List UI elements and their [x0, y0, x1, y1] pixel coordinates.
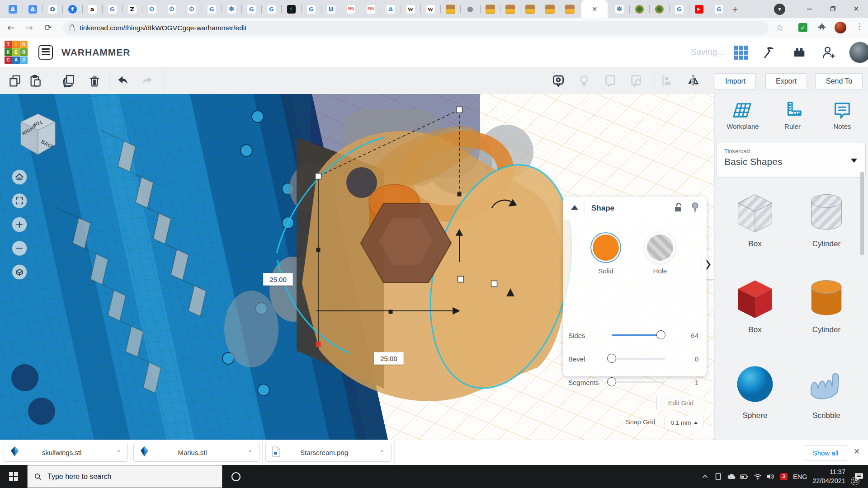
snap-grid-dropdown[interactable]: 0.1 mm [665, 416, 703, 429]
pinned-tab-google[interactable]: G [669, 0, 689, 18]
dimension-label[interactable]: 25.00 [263, 273, 293, 286]
pinned-tab-gear[interactable]: ⚙ [182, 0, 202, 18]
new-tab-button[interactable]: + [729, 3, 741, 16]
shape-item-box[interactable]: Box [721, 189, 789, 249]
unlock-icon[interactable] [674, 202, 683, 214]
shape-item-cylinder[interactable]: Cylinder [793, 189, 860, 249]
panel-lightbulb-icon[interactable] [691, 202, 699, 215]
taskbar-clock[interactable]: 11:37 22/04/2021 [812, 468, 845, 485]
shape-library-dropdown[interactable]: Tinkercad Basic Shapes [717, 143, 866, 178]
sidebar-tool-workplane[interactable]: Workplane [721, 100, 764, 130]
download-caret-icon[interactable]: ⌃ [116, 449, 121, 456]
pinned-tab-mg[interactable]: MG [341, 0, 361, 18]
slider-track[interactable] [612, 381, 665, 383]
align-icon[interactable] [658, 72, 676, 90]
reload-icon[interactable]: ⟳ [44, 22, 52, 33]
import-button[interactable]: Import [715, 73, 756, 89]
shape-item-box[interactable]: Box [721, 275, 789, 334]
pinned-tab-bot[interactable] [500, 0, 520, 18]
forward-icon[interactable]: → [25, 22, 33, 33]
taskbar-app-cortana[interactable] [222, 465, 249, 488]
slider-knob[interactable] [656, 330, 665, 339]
pinned-tab-outlook[interactable]: O [42, 0, 62, 18]
pinned-tab-google[interactable]: G [261, 0, 281, 18]
edit-grid-button[interactable]: Edit Grid [656, 396, 705, 410]
extension-check-icon[interactable]: ✓ [798, 23, 807, 32]
download-item[interactable]: Starscream.png ⌃ [265, 443, 392, 462]
bookmark-star-icon[interactable]: ☆ [776, 23, 783, 33]
window-restore-button[interactable] [821, 0, 844, 17]
pinned-tab-facebook[interactable]: f [62, 0, 82, 18]
downloads-close-icon[interactable]: ✕ [854, 447, 860, 456]
pinned-tab-bot[interactable] [520, 0, 540, 18]
tray-wifi-icon[interactable] [751, 465, 764, 488]
nav-zoom-out-icon[interactable] [12, 241, 27, 256]
dimension-label[interactable]: 25.00 [374, 352, 404, 365]
pinned-tab-globe[interactable]: ● [460, 0, 480, 18]
pinned-tab-youtube[interactable]: ▶ [689, 0, 709, 18]
taskbar-search-input[interactable]: Type here to search [27, 465, 222, 488]
pinned-tab-google[interactable]: G [102, 0, 122, 18]
pinned-tab-orggreen[interactable] [629, 0, 649, 18]
pinned-tab-ublock[interactable]: U [321, 0, 341, 18]
add-collaborator-icon[interactable] [819, 43, 837, 61]
pinned-tab-google[interactable]: G [301, 0, 321, 18]
sidebar-tool-ruler[interactable]: Ruler [771, 100, 814, 130]
tray-onedrive-icon[interactable] [725, 465, 738, 488]
pinned-tab-bot[interactable] [480, 0, 500, 18]
downloads-show-all-button[interactable]: Show all [804, 445, 847, 461]
pinned-tab-translate[interactable]: A [3, 0, 23, 18]
send-to-button[interactable]: Send To [816, 73, 863, 89]
language-indicator[interactable]: ENG [793, 473, 807, 480]
pinned-tab-flower[interactable]: ✽ [609, 0, 629, 18]
pinned-tab-greenshot[interactable]: ⚡ [281, 0, 301, 18]
slider-track[interactable] [612, 334, 665, 336]
shape-item-cylinder[interactable]: Cylinder [793, 275, 860, 334]
nav-home-icon[interactable] [12, 170, 27, 185]
tray-phone-icon[interactable] [712, 465, 725, 488]
shape-item-sphere[interactable]: Sphere [721, 361, 789, 420]
tray-sync-badge-icon[interactable]: 3 [777, 465, 790, 488]
pinned-tab-translate[interactable]: A [23, 0, 42, 18]
pinned-tab-google[interactable]: G [709, 0, 729, 18]
delete-icon[interactable] [85, 72, 104, 90]
pinned-tab-bot[interactable] [560, 0, 580, 18]
pinned-tab-wikipedia[interactable]: W [420, 0, 440, 18]
copy-icon[interactable] [6, 72, 24, 90]
ungroup-icon[interactable] [627, 72, 645, 90]
sidebar-tool-notes[interactable]: Notes [821, 100, 864, 130]
export-button[interactable]: Export [765, 73, 807, 89]
slider-knob[interactable] [607, 377, 616, 386]
collapse-panel-icon[interactable] [570, 204, 580, 212]
pinned-tab-google[interactable]: G [202, 0, 222, 18]
pinned-tab-wikipedia[interactable]: W [401, 0, 420, 18]
tab-close-icon[interactable]: ✕ [592, 5, 597, 13]
dashboard-grid-button[interactable] [731, 42, 751, 62]
url-text[interactable]: tinkercad.com/things/dtkWOGVCgqe-warhamm… [80, 24, 247, 32]
pinned-tab-amazon[interactable]: a [82, 0, 102, 18]
tray-chevron-up-icon[interactable] [698, 465, 712, 488]
pinned-tab-gear[interactable]: ⚙ [142, 0, 162, 18]
tinkercad-logo[interactable]: TINKERCAD [5, 41, 28, 64]
tray-battery-icon[interactable] [738, 465, 751, 488]
design-title[interactable]: WARHAMMER [61, 47, 130, 58]
tray-volume-icon[interactable] [764, 465, 777, 488]
undo-icon[interactable] [113, 72, 132, 90]
nav-perspective-icon[interactable] [12, 265, 27, 280]
nav-fit-view-icon[interactable] [12, 193, 27, 208]
start-button[interactable] [0, 465, 27, 488]
browser-profile-avatar[interactable] [835, 22, 846, 33]
pinned-tab-bot[interactable] [440, 0, 460, 18]
pinned-tab-gear[interactable]: ⚙ [162, 0, 182, 18]
media-control-icon[interactable]: ▼ [774, 4, 785, 15]
lightbulb-icon[interactable] [575, 72, 593, 90]
brick-blocks-icon[interactable] [790, 43, 808, 61]
mirror-icon[interactable] [684, 72, 702, 90]
redo-icon[interactable] [139, 72, 157, 90]
solid-swatch[interactable]: Solid [593, 235, 619, 275]
paste-icon[interactable] [26, 72, 44, 90]
download-caret-icon[interactable]: ⌃ [380, 449, 385, 456]
extensions-puzzle-icon[interactable] [817, 23, 826, 34]
pinned-tab-autodesk[interactable]: A [381, 0, 401, 18]
window-minimize-button[interactable] [797, 0, 821, 17]
